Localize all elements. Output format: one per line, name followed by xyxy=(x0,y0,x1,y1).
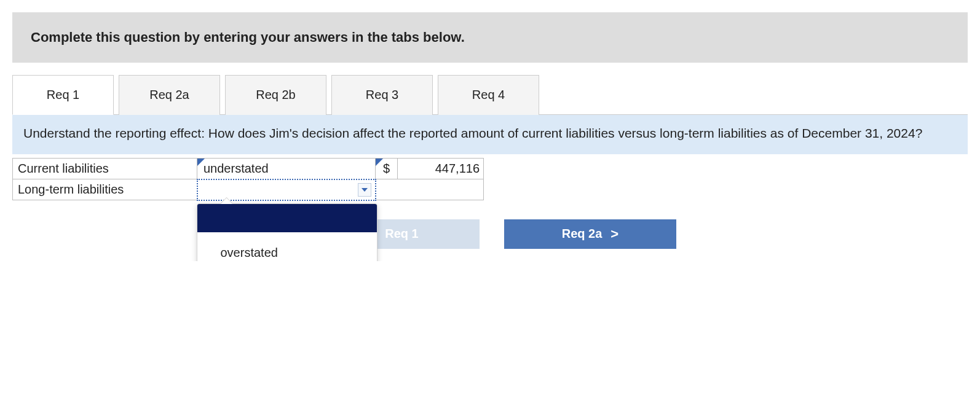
tab-req-2a[interactable]: Req 2a xyxy=(119,75,220,115)
tab-req-2b[interactable]: Req 2b xyxy=(225,75,326,115)
question-prompt: Understand the reporting effect: How doe… xyxy=(12,114,968,154)
tab-req-3[interactable]: Req 3 xyxy=(331,75,433,115)
tab-req-4[interactable]: Req 4 xyxy=(438,75,539,115)
nav-row: < Req 1 Req 2a > xyxy=(307,219,968,249)
tab-req-1[interactable]: Req 1 xyxy=(12,75,114,115)
next-label: Req 2a xyxy=(562,227,603,241)
effect-select-current[interactable]: understated xyxy=(197,159,376,179)
table-row: Current liabilities understated $ 447,11… xyxy=(13,159,484,179)
chevron-right-icon: > xyxy=(611,226,618,242)
table-row: Long-term liabilities overstated underst… xyxy=(13,179,484,200)
tab-label: Req 3 xyxy=(366,88,398,101)
amount-input-long-term[interactable] xyxy=(376,179,484,200)
dropdown-option-overstated[interactable]: overstated xyxy=(197,238,377,261)
instruction-text: Complete this question by entering your … xyxy=(12,12,968,63)
currency-text: $ xyxy=(383,162,390,175)
tab-row: Req 1 Req 2a Req 2b Req 3 Req 4 xyxy=(12,75,968,115)
tab-label: Req 4 xyxy=(472,88,505,101)
chevron-down-icon[interactable] xyxy=(358,183,371,197)
prev-label: Req 1 xyxy=(385,227,418,241)
effect-select-long-term[interactable]: overstated understated no effect xyxy=(197,179,376,200)
flag-icon xyxy=(197,159,205,166)
next-button[interactable]: Req 2a > xyxy=(504,219,676,249)
answer-table: Current liabilities understated $ 447,11… xyxy=(12,158,484,201)
currency-symbol: $ xyxy=(376,159,398,179)
dropdown-popup: overstated understated no effect xyxy=(197,203,377,261)
tab-label: Req 2b xyxy=(256,88,296,101)
row-label-current-liabilities: Current liabilities xyxy=(13,159,197,179)
tab-label: Req 2a xyxy=(149,88,189,101)
row-label-long-term-liabilities: Long-term liabilities xyxy=(13,179,197,200)
dropdown-option-blank[interactable] xyxy=(197,204,377,232)
tab-label: Req 1 xyxy=(47,88,79,101)
select-value: understated xyxy=(204,162,269,176)
amount-input-current[interactable]: 447,116 xyxy=(398,159,484,179)
flag-icon xyxy=(376,159,383,166)
